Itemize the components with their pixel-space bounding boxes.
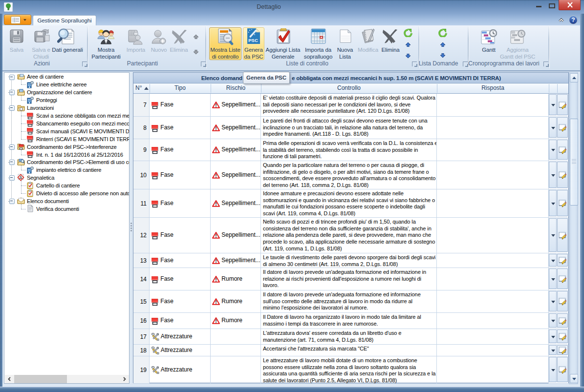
svg-text:PSC: PSC: [248, 38, 258, 43]
